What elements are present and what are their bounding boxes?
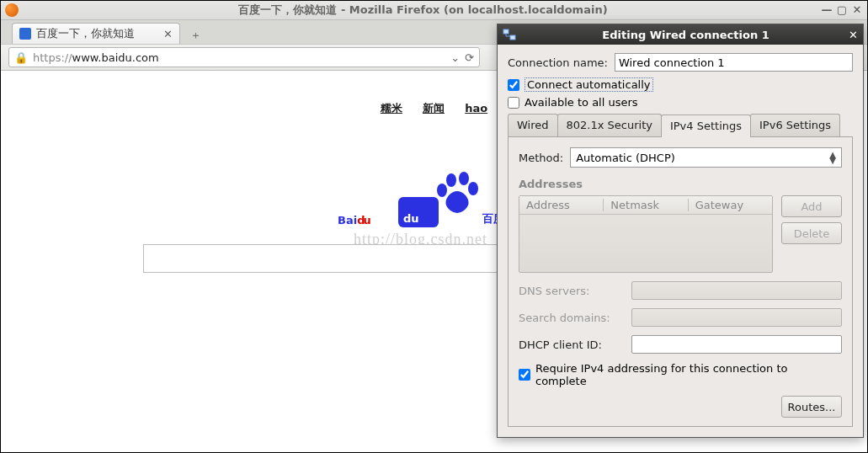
firefox-icon: [5, 3, 19, 17]
col-netmask: Netmask: [604, 199, 688, 211]
url-input[interactable]: 🔒 https://www.baidu.com ⌄ ⟳: [8, 47, 480, 67]
delete-button[interactable]: Delete: [781, 222, 842, 244]
require-ipv4-label: Require IPv4 addressing for this connect…: [535, 362, 842, 387]
dhcp-id-label: DHCP client ID:: [519, 338, 623, 351]
search-domains-label: Search domains:: [519, 312, 623, 324]
search-input[interactable]: [143, 244, 522, 273]
svg-point-3: [468, 182, 478, 195]
dhcp-id-input[interactable]: [631, 335, 842, 354]
connect-auto-checkbox[interactable]: [508, 79, 519, 91]
link-hao[interactable]: hao: [465, 102, 487, 115]
window-title: 百度一下，你就知道 - Mozilla Firefox (on localhos…: [25, 3, 821, 18]
paw-icon: [437, 172, 478, 213]
lock-icon: 🔒: [14, 51, 28, 64]
svg-point-2: [437, 184, 447, 197]
network-icon: [503, 28, 516, 41]
search-domains-input: [631, 308, 842, 327]
conn-name-label: Connection name:: [508, 56, 608, 69]
tab-8021x[interactable]: 802.1x Security: [557, 114, 662, 136]
avail-all-checkbox[interactable]: [508, 97, 519, 109]
chevron-down-icon[interactable]: ⌄: [450, 51, 460, 64]
tab-ipv4[interactable]: IPv4 Settings: [661, 115, 751, 137]
svg-text:du: du: [403, 212, 419, 225]
addresses-table[interactable]: Address Netmask Gateway: [519, 195, 773, 273]
firefox-titlebar: 百度一下，你就知道 - Mozilla Firefox (on localhos…: [0, 0, 868, 20]
method-select[interactable]: Automatic (DHCP) ▲▼: [570, 147, 842, 168]
dialog-title: Editing Wired connection 1: [523, 29, 849, 41]
close-button[interactable]: ✕: [851, 4, 863, 16]
dialog-close-icon[interactable]: ✕: [849, 29, 858, 41]
network-dialog: Editing Wired connection 1 ✕ Connection …: [497, 24, 864, 438]
maximize-button[interactable]: ▢: [836, 4, 848, 16]
col-gateway: Gateway: [689, 199, 772, 211]
svg-rect-7: [503, 29, 509, 34]
url-host: www.baidu.com: [72, 51, 159, 64]
connect-auto-label: Connect automatically: [525, 77, 653, 92]
dns-label: DNS servers:: [519, 285, 623, 297]
tab-ipv6[interactable]: IPv6 Settings: [750, 114, 840, 136]
tab-close-icon[interactable]: ✕: [163, 28, 173, 40]
conn-name-input[interactable]: [615, 53, 853, 72]
browser-tab[interactable]: 百度一下，你就知道 ✕: [12, 23, 180, 44]
avail-all-label: Available to all users: [525, 96, 638, 109]
new-tab-button[interactable]: ＋: [185, 27, 205, 44]
svg-point-0: [446, 173, 456, 187]
dialog-titlebar[interactable]: Editing Wired connection 1 ✕: [498, 24, 863, 45]
favicon-icon: [19, 28, 31, 40]
select-arrows-icon: ▲▼: [829, 152, 836, 163]
logo-bai: Bai: [338, 214, 357, 226]
svg-point-1: [459, 172, 469, 185]
col-address: Address: [519, 199, 604, 211]
url-scheme: https://: [33, 51, 72, 64]
require-ipv4-checkbox[interactable]: [519, 369, 530, 381]
tab-wired[interactable]: Wired: [508, 114, 558, 136]
link-nuomi[interactable]: 糯米: [381, 102, 402, 115]
ipv4-page: Method: Automatic (DHCP) ▲▼ Addresses Ad…: [508, 137, 853, 427]
method-label: Method:: [519, 152, 563, 164]
tab-title: 百度一下，你就知道: [36, 26, 135, 41]
routes-button[interactable]: Routes...: [781, 396, 842, 418]
addresses-label: Addresses: [519, 178, 842, 190]
dns-input: [631, 281, 842, 300]
minimize-button[interactable]: —: [821, 4, 833, 16]
svg-rect-8: [510, 35, 515, 40]
notebook-tabs: Wired 802.1x Security IPv4 Settings IPv6…: [508, 114, 853, 137]
link-news[interactable]: 新闻: [423, 102, 445, 115]
reload-icon[interactable]: ⟳: [465, 51, 474, 64]
svg-text:Baidu: Baidu: [338, 214, 371, 226]
method-value: Automatic (DHCP): [576, 152, 675, 164]
add-button[interactable]: Add: [781, 195, 842, 217]
